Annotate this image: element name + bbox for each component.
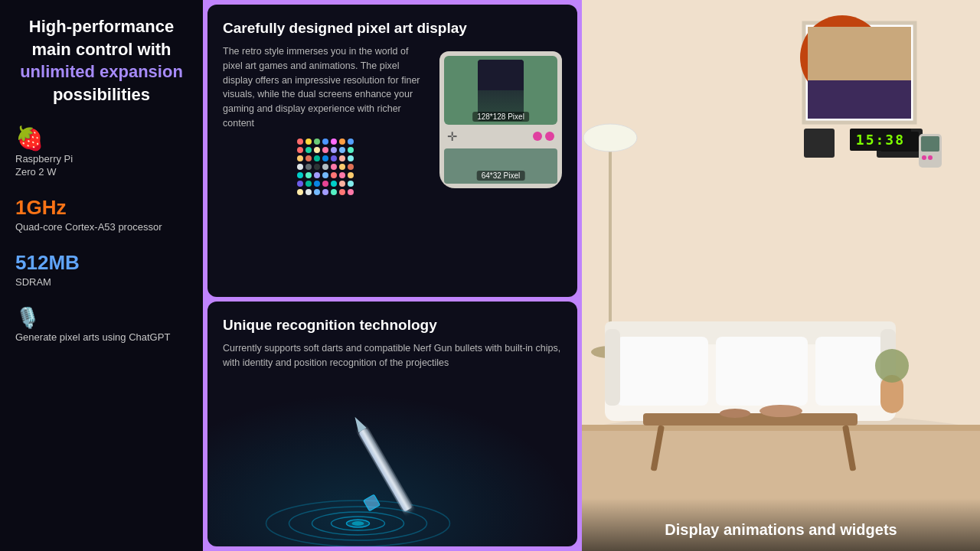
- dot: [322, 172, 328, 178]
- pixel-card-inner: The retro style immerses you in the worl…: [223, 44, 562, 195]
- main-title: High-performance main control with unlim…: [15, 15, 188, 106]
- dot: [322, 147, 328, 153]
- dot: [348, 139, 354, 145]
- b-button: [545, 132, 554, 141]
- svg-point-42: [875, 349, 909, 383]
- bottom-label: Display animations and widgets: [582, 498, 980, 551]
- svg-rect-33: [815, 337, 884, 406]
- clock-value: 15:38: [856, 132, 905, 148]
- svg-rect-19: [850, 27, 911, 80]
- mb-desc: SDRAM: [15, 276, 188, 288]
- dot: [314, 172, 320, 178]
- svg-rect-26: [921, 136, 939, 152]
- dot: [339, 181, 345, 187]
- main-screen: 128*128 Pixel: [444, 56, 557, 125]
- dot: [339, 189, 345, 195]
- svg-rect-20: [808, 80, 911, 119]
- recognition-card-title: Unique recognition technology: [223, 317, 562, 334]
- dots-grid: [297, 139, 354, 195]
- dpad-icon: ✛: [447, 129, 457, 144]
- dot: [305, 172, 312, 178]
- dot: [348, 181, 354, 187]
- raspberry-spec: 🍓 Raspberry Pi Zero 2 W: [15, 125, 188, 178]
- middle-panel: Carefully designed pixel art display The…: [203, 0, 582, 551]
- dot: [339, 164, 345, 170]
- ghz-spec: 1GHz Quad-core Cortex-A53 processor: [15, 196, 188, 233]
- screen2-label: 64*32 Pixel: [477, 171, 525, 181]
- svg-rect-13: [609, 138, 612, 352]
- title-line3: possibilities: [53, 85, 150, 104]
- svg-rect-8: [364, 494, 381, 511]
- room-image: 15:38 Display animations and widgets: [582, 0, 980, 551]
- a-button: [533, 132, 542, 141]
- dot: [314, 139, 320, 145]
- ghz-desc: Quad-core Cortex-A53 processor: [15, 221, 188, 233]
- dot: [348, 189, 354, 195]
- dot: [314, 164, 320, 170]
- dot: [297, 155, 303, 161]
- svg-point-14: [583, 124, 637, 152]
- dot: [339, 139, 345, 145]
- dot: [297, 164, 303, 170]
- dot: [331, 172, 337, 178]
- dot: [322, 155, 328, 161]
- ghz-value: 1GHz: [15, 196, 188, 220]
- dot: [339, 155, 345, 161]
- dot: [305, 181, 312, 187]
- dot: [322, 189, 328, 195]
- dot: [305, 189, 312, 195]
- dot: [331, 139, 337, 145]
- small-screen: 64*32 Pixel: [444, 148, 557, 184]
- dot: [348, 147, 354, 153]
- dot: [314, 147, 320, 153]
- raspberry-icon: 🍓: [15, 125, 188, 152]
- chatgpt-spec: 🎙️ Generate pixel arts using ChatGPT: [15, 306, 188, 343]
- dot: [314, 181, 320, 187]
- dot: [322, 164, 328, 170]
- pixel-card-text: The retro style immerses you in the worl…: [223, 44, 427, 195]
- title-line1: High-performance: [29, 17, 174, 36]
- svg-point-39: [720, 409, 750, 418]
- dot: [305, 164, 312, 170]
- dot: [339, 147, 345, 153]
- dot: [322, 139, 328, 145]
- raspberry-label2: Zero 2 W: [15, 166, 188, 178]
- dot: [331, 155, 337, 161]
- bottom-label-text: Display animations and widgets: [665, 521, 897, 538]
- chatgpt-label: Generate pixel arts using ChatGPT: [15, 331, 188, 343]
- raspberry-label1: Raspberry Pi: [15, 153, 188, 165]
- svg-rect-34: [605, 329, 620, 406]
- dot: [314, 155, 320, 161]
- mb-value: 512MB: [15, 251, 188, 275]
- dot: [348, 155, 354, 161]
- recognition-card: Unique recognition technology Currently …: [207, 302, 577, 546]
- dot: [331, 181, 337, 187]
- ab-buttons: [533, 132, 554, 141]
- dot: [305, 155, 312, 161]
- svg-rect-32: [716, 337, 808, 406]
- clock-display: 15:38: [850, 129, 911, 151]
- dot: [297, 139, 303, 145]
- anime-hair: [478, 60, 524, 90]
- svg-rect-36: [643, 413, 858, 425]
- mic-icon: 🎙️: [15, 306, 188, 330]
- screen1-label: 128*128 Pixel: [472, 112, 529, 122]
- svg-point-28: [928, 155, 933, 160]
- pixel-dots-area: [223, 139, 427, 195]
- svg-rect-23: [804, 129, 835, 158]
- svg-point-5: [352, 521, 364, 526]
- recognition-card-desc: Currently supports soft darts and compat…: [223, 341, 562, 370]
- svg-point-40: [760, 405, 802, 417]
- dot: [322, 181, 328, 187]
- dot: [348, 164, 354, 170]
- dot: [348, 172, 354, 178]
- dart-svg: [207, 378, 577, 546]
- dot: [339, 172, 345, 178]
- dot: [297, 172, 303, 178]
- dot: [297, 181, 303, 187]
- pixel-art-card: Carefully designed pixel art display The…: [207, 5, 577, 297]
- svg-rect-21: [808, 27, 850, 80]
- dot: [305, 139, 312, 145]
- mb-spec: 512MB SDRAM: [15, 251, 188, 288]
- dot: [331, 164, 337, 170]
